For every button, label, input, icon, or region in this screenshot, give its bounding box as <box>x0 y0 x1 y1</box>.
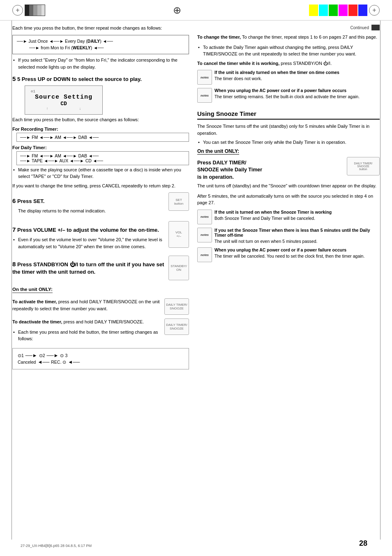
continued-text: Continued <box>350 25 369 30</box>
top-registration-bar <box>0 0 392 21</box>
timer-icon2: ⊙2 <box>39 353 45 358</box>
deactivate-timer-content: To deactivate the timer, press and hold … <box>12 318 161 345</box>
snote2-content: If you set the Snooze Timer when there i… <box>214 228 380 245</box>
repeat-line2: ──► from Mon to Fri (WEEKLY) ◄── <box>17 44 184 51</box>
snooze-press-heading: Press DAILY TIMER/SNOOZE while Daily Tim… <box>197 159 344 181</box>
daily-flow: ──► FM ◄──► AM ◄──► DAB ◄── ──► TAPE ◄──… <box>16 151 189 165</box>
snotes-icon-3: notes <box>197 247 212 262</box>
snooze-bullet: You can set the Snooze Timer only while … <box>197 139 380 146</box>
snote1-box: notes If the unit is turned on when the … <box>197 210 380 224</box>
step8-content: 8 Press STANDBY/ON ⏻/I to turn off the u… <box>12 256 165 278</box>
source-icon: ⊙1 <box>31 89 97 94</box>
note1-box: notes If the unit is already turned on w… <box>197 70 380 85</box>
timer-icon1: ⊙1 <box>18 353 24 358</box>
note1-content: If the unit is already turned on when th… <box>214 70 380 82</box>
step7-heading: 7 Press VOLUME +/– to adjust the volume … <box>12 225 165 234</box>
canceled-label: Canceled <box>18 360 36 365</box>
snotes-icon-1: notes <box>197 210 212 224</box>
snote3-box: notes When you unplug the AC power cord … <box>197 247 380 262</box>
continued-label: Continued <box>197 25 380 30</box>
for-daily-label: For Daily Timer: <box>12 145 189 150</box>
daily-timer-icon-2: DAILY TIMER/SNOOZE <box>164 318 189 335</box>
step5-label: 5 Press UP or DOWN to select the source … <box>17 76 142 82</box>
step8-area: 8 Press STANDBY/ON ⏻/I to turn off the u… <box>12 256 189 280</box>
note2-heading: When you unplug the AC power cord or if … <box>214 88 380 93</box>
color-gradient-bar <box>25 5 45 16</box>
reg-circle-left <box>12 5 23 16</box>
note2-box: notes When you unplug the AC power cord … <box>197 88 380 103</box>
deactivate-timer-text: To deactivate the timer, press and hold … <box>12 318 161 325</box>
cancel-working-bold: To cancel the timer while it is working, <box>197 61 279 66</box>
snote1-text: Both Snooze Timer and Daily Timer will b… <box>214 215 380 221</box>
note2-text: The timer setting remains. Set the built… <box>214 94 380 100</box>
each-time-source-text: Each time you press the button, the sour… <box>12 116 189 123</box>
step6-label: Press SET. <box>17 198 45 204</box>
intro-text: Each time you press the button, the time… <box>12 25 189 32</box>
snooze-section: Using Snooze Timer The Snooze Timer turn… <box>197 110 380 262</box>
cancel-text: If you want to change the time setting, … <box>12 182 189 189</box>
daily-timer-icon-1: DAILY TIMER/SNOOZE <box>164 298 189 315</box>
deactivate-timer-area: To deactivate the timer, press and hold … <box>12 318 189 345</box>
reg-circle-right <box>369 5 380 16</box>
on-unit-only-right: On the unit ONLY: <box>197 148 239 155</box>
cancel-working-text: To cancel the timer while it is working,… <box>197 60 380 67</box>
notes-icon-1: notes <box>197 70 212 85</box>
deactivate-timer-bold: To deactivate the timer, <box>12 319 62 324</box>
reg-marks-left <box>12 5 45 16</box>
bullet-mode-indicator: If you select "Every Day" or "from Mon t… <box>12 57 189 70</box>
bullet-source-inside: Make sure the playing source (either a c… <box>12 166 189 180</box>
snotes-icon-2: notes <box>197 228 212 242</box>
deactivate-bullet: Each time you press and hold the button,… <box>12 329 161 342</box>
on-unit-only-heading: On the unit ONLY: <box>12 287 53 293</box>
step6-content: 6 Press SET. The display returns to the … <box>12 192 165 218</box>
step6-heading: 6 Press SET. <box>12 196 165 205</box>
snote2-text: The unit will not turn on even when 5 mi… <box>214 238 380 245</box>
activate-timer-content: To activate the timer, press and hold DA… <box>12 298 161 315</box>
arrow3: ◄── <box>37 359 49 365</box>
right-page-border <box>380 21 380 540</box>
page-content: Each time you press the button, the time… <box>0 21 392 542</box>
right-column: Continued To change the timer, To change… <box>197 25 380 534</box>
snooze-press-text: The unit turns off (standby) and the "Sn… <box>197 182 380 189</box>
snote3-content: When you unplug the AC power cord or if … <box>214 247 380 259</box>
to-change-timer-bold: To change the timer, <box>197 35 241 39</box>
source-setting-display-area: ⊙1 Source Setting CD ↑↓ <box>25 85 189 115</box>
step7-content: 7 Press VOLUME +/– to adjust the volume … <box>12 221 165 252</box>
step5-number: 5 <box>12 75 16 82</box>
step7-label: Press VOLUME +/– to adjust the volume fo… <box>17 227 159 233</box>
daily-flow-line2: ──► TAPE ◄──► AUX ◄──► CD ◄── <box>20 158 185 163</box>
step8-label: Press STANDBY/ON ⏻/I to turn off the uni… <box>12 261 164 275</box>
snooze-section-title: Using Snooze Timer <box>197 110 380 120</box>
standby-button-icon: STANDBY/ON <box>168 256 189 280</box>
timer-seq-row2: Canceled ◄── REC. ⊙ ◄── <box>18 359 184 365</box>
snooze-after-text: After 5 minutes, the unit automatically … <box>197 193 380 206</box>
arrow2: ──► <box>47 353 59 358</box>
notes-icon-2: notes <box>197 88 212 103</box>
timer-seq-row1: ⊙1 ──► ⊙2 ──► ⊙ 3 <box>18 353 184 358</box>
volume-button-icon: VOL+/– <box>168 221 189 248</box>
activate-timer-text: To activate the timer, press and hold DA… <box>12 298 161 312</box>
source-cd-text: CD <box>31 101 97 107</box>
recording-flow: ──► FM ◄──► AM ◄──► DAB ◄── <box>16 133 189 142</box>
step8-heading: 8 Press STANDBY/ON ⏻/I to turn off the u… <box>12 260 165 276</box>
page-number: 28 <box>359 539 367 548</box>
source-setting-display: ⊙1 Source Setting CD ↑↓ <box>25 85 103 115</box>
timer-sequence-diagram: ⊙1 ──► ⊙2 ──► ⊙ 3 Canceled ◄── REC. ⊙ ◄─… <box>12 348 189 369</box>
to-change-timer-content: To change the timer, repeat steps 1 to 6… <box>242 35 377 39</box>
arrow1: ──► <box>25 353 37 358</box>
timer-icon3: ⊙ 3 <box>60 353 67 358</box>
color-bars-right <box>309 5 367 16</box>
step7-bullet: Even if you set the volume level to over… <box>12 236 165 250</box>
rec-label: REC. ⊙ <box>51 360 66 365</box>
set-button-icon: SETbutton <box>168 192 189 211</box>
note1-heading: If the unit is already turned on when th… <box>214 70 380 75</box>
footer-info: 27-29_UX-HB4[B]6.p65 28 04.8.5, 6:17 PM <box>21 544 92 548</box>
source-arrows-indicator: ↑↓ <box>31 107 97 111</box>
snooze-press-content: Press DAILY TIMER/SNOOZE while Daily Tim… <box>197 157 344 183</box>
snooze-press-area: Press DAILY TIMER/SNOOZE while Daily Tim… <box>197 157 380 183</box>
snote3-text: The timer will be canceled. You need to … <box>214 253 380 259</box>
repeat-mode-diagram: ──► Just Once ◄──► Every Day (DAILY) ◄──… <box>12 35 189 55</box>
snote2-box: notes If you set the Snooze Timer when t… <box>197 228 380 245</box>
snooze-intro: The Snooze Timer turns off the unit (sta… <box>197 123 380 136</box>
repeat-line1: ──► Just Once ◄──► Every Day (DAILY) ◄── <box>17 38 184 45</box>
